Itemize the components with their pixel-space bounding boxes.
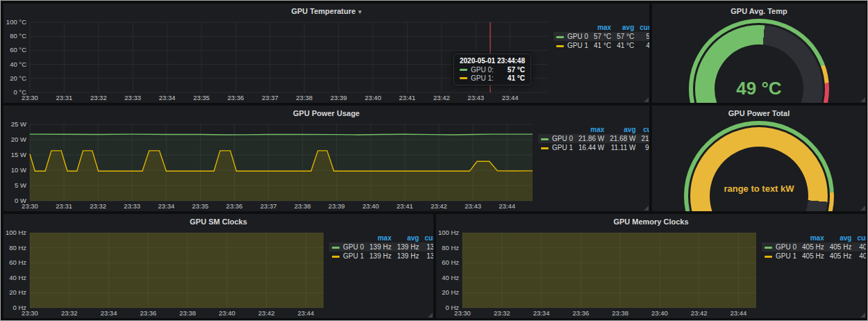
legend-sort-avg[interactable]: avg — [827, 233, 855, 242]
panel-resize-handle[interactable] — [644, 206, 649, 211]
legend-sort-current[interactable]: current — [639, 125, 649, 134]
legend-series-toggle[interactable]: GPU 0 — [762, 242, 799, 252]
panel-gpu-power-usage: GPU Power Usage 23:3023:3123:3223:3323:3… — [3, 106, 649, 211]
svg-text:23:44: 23:44 — [499, 202, 515, 210]
svg-text:20 °C: 20 °C — [10, 74, 26, 82]
avg-temp-gauge: 49 °C — [652, 17, 866, 103]
sm-clocks-chart[interactable]: 23:3023:3223:3423:3623:3823:4023:4223:44… — [3, 228, 329, 318]
legend-sort-max[interactable]: max — [591, 23, 614, 32]
svg-text:40 Hz: 40 Hz — [442, 274, 459, 281]
legend-value: 21.77 W — [639, 134, 649, 143]
svg-text:23:39: 23:39 — [328, 202, 345, 210]
panel-title[interactable]: GPU Power Total — [728, 109, 790, 117]
svg-text:23:31: 23:31 — [56, 94, 73, 101]
panel-title[interactable]: GPU SM Clocks — [190, 217, 247, 226]
legend-sort-avg[interactable]: avg — [607, 125, 638, 134]
svg-text:23:33: 23:33 — [124, 94, 141, 101]
series-swatch-icon — [541, 138, 549, 140]
svg-text:0 °C: 0 °C — [13, 88, 26, 96]
svg-text:23:36: 23:36 — [228, 94, 244, 101]
panel-resize-handle[interactable] — [428, 313, 433, 318]
legend-row: GPU 021.86 W21.68 W21.77 W — [538, 134, 649, 143]
legend-series-toggle[interactable]: GPU 0 — [553, 32, 591, 41]
svg-text:80 °C: 80 °C — [10, 32, 26, 40]
svg-text:20 Hz: 20 Hz — [9, 288, 26, 296]
panel-header[interactable]: GPU Memory Clocks — [436, 214, 866, 228]
legend-sort-current[interactable]: current — [637, 23, 649, 32]
series-name: GPU 1 — [776, 252, 796, 260]
svg-text:23:31: 23:31 — [56, 202, 72, 210]
legend-sort-avg[interactable]: avg — [614, 23, 637, 32]
series-swatch-icon — [765, 247, 772, 249]
svg-text:23:42: 23:42 — [258, 309, 275, 317]
legend-value: 405 Hz — [799, 252, 827, 261]
series-swatch-icon — [332, 256, 340, 258]
legend-series-toggle[interactable]: GPU 1 — [329, 252, 367, 261]
svg-text:23:44: 23:44 — [502, 94, 519, 101]
svg-text:10 W: 10 W — [11, 166, 26, 174]
legend-sort-avg[interactable]: avg — [394, 233, 422, 242]
series-name: GPU 1 — [343, 252, 364, 260]
legend-value: 21.68 W — [607, 134, 638, 143]
panel-resize-handle[interactable] — [644, 97, 649, 102]
legend-sort-current[interactable]: current — [854, 233, 866, 242]
legend-value: 9.79 W — [639, 143, 649, 152]
legend-row: GPU 1139 Hz139 Hz139 Hz — [329, 252, 433, 261]
legend-sort-current[interactable]: current — [422, 233, 433, 242]
power-usage-chart[interactable]: 23:3023:3123:3223:3323:3423:3523:3623:37… — [3, 120, 538, 211]
series-name: GPU 0 — [567, 33, 588, 40]
svg-text:100 °C: 100 °C — [6, 18, 26, 26]
svg-text:60 °C: 60 °C — [10, 46, 26, 54]
svg-text:23:39: 23:39 — [331, 94, 347, 101]
legend-series-toggle[interactable]: GPU 0 — [538, 134, 576, 143]
svg-text:0 W: 0 W — [15, 197, 26, 204]
panel-header[interactable]: GPU Power Total — [652, 106, 866, 120]
chevron-down-icon[interactable]: ▾ — [358, 8, 362, 15]
panel-header[interactable]: GPU SM Clocks — [3, 214, 433, 228]
temperature-chart[interactable]: 2020-05-01 23:44:48 GPU 0:57 °CGPU 1:41 … — [3, 17, 553, 103]
panel-resize-handle[interactable] — [860, 206, 865, 211]
svg-text:0 Hz: 0 Hz — [12, 304, 26, 311]
svg-text:100 Hz: 100 Hz — [6, 229, 26, 236]
svg-text:23:36: 23:36 — [226, 202, 243, 210]
legend-value: 405 Hz — [827, 252, 855, 261]
legend-table: maxavgcurrentGPU 057 °C57 °C57 °CGPU 141… — [553, 17, 649, 103]
panel-title[interactable]: GPU Memory Clocks — [613, 217, 688, 226]
gauge-value: range to text kW — [652, 183, 866, 194]
legend-series-toggle[interactable]: GPU 1 — [553, 41, 591, 50]
svg-text:25 W: 25 W — [11, 120, 26, 128]
legend-value: 139 Hz — [422, 242, 433, 252]
panel-resize-handle[interactable] — [860, 97, 865, 102]
legend-series-toggle[interactable]: GPU 1 — [762, 252, 799, 261]
svg-text:23:40: 23:40 — [362, 202, 379, 210]
legend-series-toggle[interactable]: GPU 0 — [329, 242, 367, 252]
legend-series-toggle[interactable]: GPU 1 — [538, 143, 576, 152]
legend-sort-max[interactable]: max — [367, 233, 394, 242]
svg-text:23:41: 23:41 — [397, 202, 413, 210]
svg-text:0 Hz: 0 Hz — [445, 304, 459, 311]
panel-title[interactable]: GPU Avg. Temp — [731, 7, 787, 15]
legend-value: 41 °C — [591, 41, 614, 50]
series-name: GPU 0 — [343, 243, 364, 251]
panel-header[interactable]: GPU Power Usage — [3, 106, 649, 120]
svg-text:23:44: 23:44 — [731, 309, 747, 317]
svg-text:23:40: 23:40 — [219, 309, 235, 317]
svg-text:23:34: 23:34 — [533, 309, 550, 317]
svg-text:23:42: 23:42 — [433, 94, 450, 101]
panel-header[interactable]: GPU Avg. Temp — [652, 3, 866, 17]
legend-value: 405 Hz — [854, 252, 866, 261]
panel-title[interactable]: GPU Temperature — [291, 7, 356, 15]
legend-sort-max[interactable]: max — [576, 125, 607, 134]
panel-header[interactable]: GPU Temperature▾ — [3, 3, 649, 17]
memory-clocks-chart[interactable]: 23:3023:3223:3423:3623:3823:4023:4223:44… — [436, 228, 762, 318]
legend-sort-max[interactable]: max — [799, 233, 827, 242]
panel-gpu-temperature: GPU Temperature▾ 2020-05-01 23:44:48 GPU… — [3, 3, 649, 103]
legend-row: GPU 057 °C57 °C57 °C — [553, 32, 649, 41]
panel-title[interactable]: GPU Power Usage — [293, 109, 360, 117]
series-name: GPU 0 — [776, 243, 796, 251]
panel-resize-handle[interactable] — [860, 313, 865, 318]
svg-text:23:32: 23:32 — [494, 309, 510, 317]
svg-text:23:32: 23:32 — [90, 94, 107, 101]
legend-value: 139 Hz — [367, 252, 394, 261]
legend-value: 57 °C — [614, 32, 637, 41]
